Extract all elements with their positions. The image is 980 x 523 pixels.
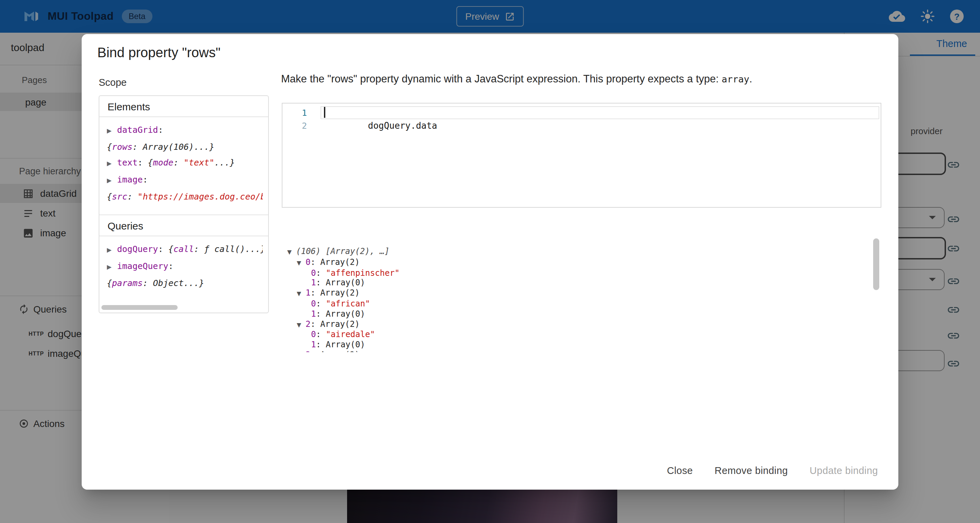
expand-toggle-icon[interactable]: ▶	[107, 123, 117, 139]
line-number: 2	[282, 119, 307, 132]
tree-row: 0: "affenpinscher"	[282, 268, 871, 278]
text-segment: :	[143, 278, 153, 288]
text-segment: dogQuery	[117, 244, 158, 254]
tree-row: 0: "african"	[282, 299, 871, 309]
text-segment: array	[722, 73, 749, 85]
text-segment: :	[173, 157, 184, 167]
text-segment: ƒ call()	[204, 244, 245, 254]
text-segment: :	[132, 142, 143, 152]
line-number: 1	[282, 106, 307, 119]
tree-row: {src: "https://images.dog.ceo/bre	[107, 189, 263, 204]
update-binding-button[interactable]: Update binding	[801, 460, 886, 482]
scope-panel: Elements ▶dataGrid: {rows: Array(106)...…	[99, 95, 269, 313]
editor-code-line: dogQuery.data	[325, 106, 437, 145]
text-segment: :	[316, 268, 326, 277]
tree-row: ▼0: Array(2)	[282, 257, 871, 268]
text-segment: Array(106)	[143, 142, 194, 152]
text-segment: : Array(0)	[316, 278, 365, 288]
expand-toggle-icon[interactable]: ▶	[107, 242, 117, 258]
text-segment: :	[194, 244, 204, 254]
expand-toggle-icon[interactable]: ▼	[297, 351, 305, 352]
tree-row: 1: Array(0)	[282, 309, 871, 319]
expand-toggle-icon[interactable]: ▼	[287, 247, 296, 257]
text-segment: :	[169, 261, 173, 271]
text-segment: :	[158, 244, 168, 254]
text-segment: mode	[153, 157, 173, 167]
expand-toggle-icon[interactable]: ▼	[297, 258, 305, 268]
text-segment: : Array(2)	[310, 288, 360, 298]
text-segment: :	[158, 124, 163, 135]
text-segment: : Array(2)	[310, 319, 360, 328]
text-segment: ...}	[245, 244, 263, 254]
text-segment: 1	[311, 278, 316, 288]
editor-code-text: dogQuery.data	[368, 121, 437, 131]
text-segment: {	[107, 142, 112, 152]
editor-gutter: 12	[282, 106, 314, 132]
scope-label: Scope	[99, 77, 127, 88]
text-segment: 1	[311, 340, 316, 349]
text-segment: : Array(2)	[310, 257, 360, 267]
dialog-description: Make the "rows" property dynamic with a …	[281, 72, 880, 86]
vertical-scrollbar[interactable]	[873, 238, 879, 290]
text-segment: "text"	[184, 157, 215, 167]
text-segment: 0	[311, 268, 316, 277]
text-segment: "african"	[326, 299, 370, 308]
text-segment: Object	[153, 278, 184, 288]
text-segment: image	[117, 174, 143, 185]
text-segment: {	[148, 157, 153, 167]
text-segment: :	[127, 191, 137, 202]
tree-row: 1: Array(0)	[282, 278, 871, 289]
text-segment: ...}	[215, 157, 235, 167]
expand-toggle-icon[interactable]: ▼	[297, 289, 305, 299]
text-segment: .	[749, 73, 752, 85]
text-segment: call	[173, 244, 194, 254]
dialog-title: Bind property "rows"	[97, 45, 221, 61]
close-button[interactable]: Close	[659, 460, 701, 482]
tree-row: ▼(106) [Array(2), …]	[282, 247, 871, 257]
text-segment: src	[112, 191, 127, 202]
text-segment: params	[112, 278, 143, 288]
text-cursor	[324, 107, 325, 118]
text-segment: ...}	[194, 142, 215, 152]
text-segment: :	[143, 174, 148, 185]
tree-row: ▶dogQuery: {call: ƒ call()...}	[107, 241, 263, 258]
tree-row: 0: "airedale"	[282, 330, 871, 340]
bind-property-dialog: Bind property "rows" Scope Elements ▶dat…	[82, 34, 898, 490]
text-segment: "affenpinscher"	[326, 268, 399, 277]
tree-row: {params: Object...}	[107, 275, 263, 291]
dialog-footer: Close Remove binding Update binding	[659, 460, 886, 482]
text-segment: "https://images.dog.ceo/bre	[137, 191, 263, 202]
queries-header: Queries	[99, 215, 268, 236]
elements-header: Elements	[99, 96, 268, 117]
text-segment: 1	[305, 288, 310, 298]
expand-toggle-icon[interactable]: ▶	[107, 173, 117, 189]
text-segment: text	[117, 157, 137, 167]
elements-tree: ▶dataGrid: {rows: Array(106)...}▶text: {…	[99, 117, 268, 215]
text-segment: {	[169, 244, 173, 254]
text-segment: :	[316, 330, 326, 340]
text-segment: "airedale"	[326, 330, 375, 340]
text-segment: : Array(2)	[310, 350, 360, 352]
code-editor[interactable]: 12 dogQuery.data	[282, 103, 881, 208]
horizontal-scrollbar[interactable]	[102, 305, 178, 310]
expand-toggle-icon[interactable]: ▶	[107, 260, 117, 275]
tree-row: ▼2: Array(2)	[282, 319, 871, 330]
text-segment: : Array(0)	[316, 309, 365, 319]
expand-toggle-icon[interactable]: ▼	[297, 320, 305, 330]
queries-tree: ▶dogQuery: {call: ƒ call()...}▶imageQuer…	[99, 236, 268, 301]
text-segment: Make the "rows" property dynamic with a …	[281, 73, 722, 85]
text-segment: 1	[311, 309, 316, 319]
text-segment: ...}	[184, 278, 204, 288]
evaluation-preview-tree: ▼(106) [Array(2), …]▼0: Array(2)0: "affe…	[282, 244, 871, 352]
tree-row: ▶dataGrid:	[107, 122, 263, 139]
text-segment: rows	[112, 142, 132, 152]
text-segment: 2	[305, 319, 310, 328]
text-segment: dataGrid	[117, 124, 158, 135]
expand-toggle-icon[interactable]: ▶	[107, 156, 117, 172]
tree-row: 1: Array(0)	[282, 340, 871, 350]
tree-row: ▶imageQuery:	[107, 258, 263, 275]
text-segment: 0	[311, 330, 316, 340]
text-segment: : Array(0)	[316, 340, 365, 349]
remove-binding-button[interactable]: Remove binding	[706, 460, 796, 482]
tree-row: ▶image:	[107, 172, 263, 189]
